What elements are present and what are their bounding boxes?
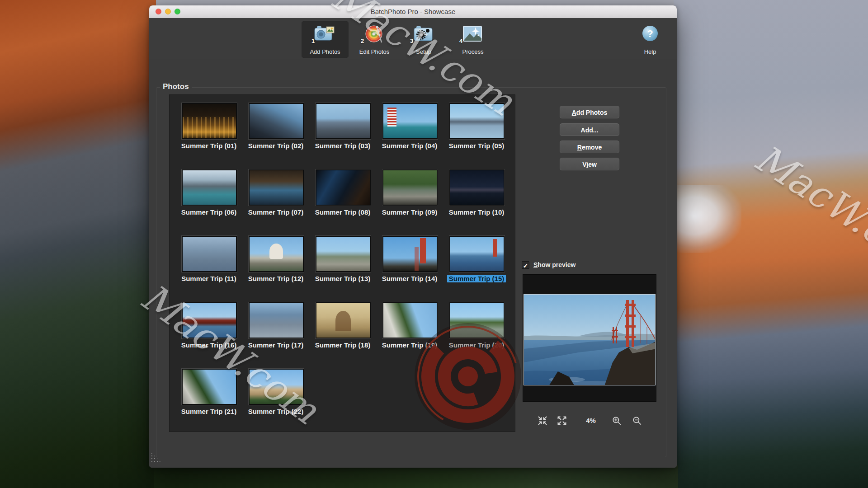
photo-item[interactable]: Summer Trip (01)	[175, 103, 242, 169]
photo-item[interactable]: Summer Trip (15)	[443, 236, 510, 302]
photo-thumbnail[interactable]	[382, 103, 438, 139]
photo-label[interactable]: Summer Trip (05)	[449, 142, 505, 150]
photo-thumbnail[interactable]	[182, 302, 237, 338]
photo-label[interactable]: Summer Trip (18)	[315, 341, 371, 349]
show-preview-checkbox[interactable]: ✓	[522, 261, 529, 269]
remove-button[interactable]: Remove	[560, 141, 619, 153]
add-button[interactable]: Add...	[560, 123, 619, 136]
zoom-out-icon[interactable]	[632, 416, 642, 426]
photo-item[interactable]: Summer Trip (07)	[242, 169, 309, 236]
svg-text:?: ?	[647, 28, 653, 39]
actual-size-icon[interactable]	[557, 416, 567, 426]
photo-label[interactable]: Summer Trip (13)	[315, 275, 371, 282]
photos-groupbox: Photos Summer Trip (01)Summer Trip (02)S…	[156, 87, 666, 457]
zoom-in-icon[interactable]	[612, 416, 622, 426]
photo-item[interactable]: Summer Trip (04)	[376, 103, 443, 169]
toolbar-item-setup[interactable]: 3 Setup	[400, 21, 447, 58]
photo-thumbnail[interactable]	[249, 236, 304, 272]
photo-label-row: Summer Trip (21)	[175, 408, 242, 416]
photo-thumbnail[interactable]	[316, 103, 371, 139]
photo-thumbnail[interactable]	[249, 302, 304, 338]
zoom-level-value: 4%	[582, 417, 600, 424]
toolbar-number: 2	[361, 38, 364, 44]
photo-item[interactable]: Summer Trip (12)	[242, 236, 309, 302]
photo-item[interactable]: Summer Trip (19)	[376, 302, 443, 369]
photo-label[interactable]: Summer Trip (04)	[382, 142, 438, 150]
photo-label-row: Summer Trip (02)	[242, 142, 309, 150]
toolbar-item-process[interactable]: 4 Process	[449, 21, 496, 58]
photo-label[interactable]: Summer Trip (21)	[181, 408, 237, 415]
photo-item[interactable]: Summer Trip (14)	[376, 236, 443, 302]
photo-item[interactable]: Summer Trip (09)	[376, 169, 443, 236]
photo-label[interactable]: Summer Trip (10)	[449, 208, 505, 216]
photo-thumbnail[interactable]	[449, 103, 505, 139]
photo-label[interactable]: Summer Trip (22)	[248, 408, 304, 415]
photo-label[interactable]: Summer Trip (20)	[449, 341, 505, 349]
photo-label-row: Summer Trip (20)	[443, 341, 510, 349]
photo-item[interactable]: Summer Trip (11)	[175, 236, 242, 302]
checkmark-icon: ✓	[523, 262, 528, 269]
photo-label-row: Summer Trip (08)	[309, 208, 376, 216]
photo-thumbnail[interactable]	[382, 302, 438, 338]
photo-thumbnail[interactable]	[182, 103, 237, 139]
toolbar-item-edit-photos[interactable]: 2 Edit Photos	[351, 21, 398, 58]
fit-window-icon[interactable]	[538, 416, 547, 426]
photo-list-panel[interactable]: Summer Trip (01)Summer Trip (02)Summer T…	[169, 94, 515, 432]
photo-item[interactable]: Summer Trip (20)	[443, 302, 510, 369]
photo-item[interactable]: Summer Trip (22)	[242, 369, 309, 432]
photo-thumbnail[interactable]	[382, 169, 438, 206]
photo-label-row: Summer Trip (13)	[309, 275, 376, 283]
photo-label-selected[interactable]: Summer Trip (15)	[447, 275, 506, 282]
photo-label-row: Summer Trip (09)	[376, 208, 443, 216]
photo-thumbnail[interactable]	[182, 369, 237, 405]
photo-label[interactable]: Summer Trip (08)	[315, 208, 371, 216]
photo-label[interactable]: Summer Trip (07)	[248, 208, 304, 216]
photo-item[interactable]: Summer Trip (02)	[242, 103, 309, 169]
toolbar-item-help[interactable]: ? Help	[637, 21, 663, 58]
add-photos-button[interactable]: Add Photos	[560, 106, 619, 118]
photo-label-row: Summer Trip (15)	[443, 275, 510, 283]
photo-label[interactable]: Summer Trip (14)	[382, 275, 438, 282]
toolbar-number: 1	[311, 38, 315, 44]
toolbar-label: Help	[637, 48, 663, 55]
photo-thumbnail[interactable]	[249, 103, 304, 139]
photo-thumbnail[interactable]	[182, 169, 237, 206]
photo-thumbnail[interactable]	[249, 169, 304, 206]
photo-item[interactable]: Summer Trip (17)	[242, 302, 309, 369]
photo-item[interactable]: Summer Trip (18)	[309, 302, 376, 369]
photo-item[interactable]: Summer Trip (16)	[175, 302, 242, 369]
photo-label[interactable]: Summer Trip (12)	[248, 275, 304, 282]
photo-thumbnail[interactable]	[316, 169, 371, 206]
photo-thumbnail[interactable]	[182, 236, 237, 272]
question-sphere-icon: ?	[641, 24, 659, 42]
photo-item[interactable]: Summer Trip (03)	[309, 103, 376, 169]
photo-thumbnail[interactable]	[382, 236, 438, 272]
photo-label[interactable]: Summer Trip (16)	[181, 341, 237, 349]
target-dart-icon: 2	[363, 24, 385, 44]
photo-item[interactable]: Summer Trip (13)	[309, 236, 376, 302]
photo-label-row: Summer Trip (19)	[376, 341, 443, 349]
photo-thumbnail[interactable]	[449, 236, 505, 272]
photo-item[interactable]: Summer Trip (08)	[309, 169, 376, 236]
photo-label[interactable]: Summer Trip (06)	[181, 208, 237, 216]
photo-label[interactable]: Summer Trip (01)	[181, 142, 237, 150]
toolbar-item-add-photos[interactable]: 1 Add Photos	[302, 21, 349, 58]
photo-item[interactable]: Summer Trip (21)	[175, 369, 242, 432]
photo-thumbnail[interactable]	[316, 302, 371, 338]
photo-label[interactable]: Summer Trip (19)	[382, 341, 438, 349]
photo-item[interactable]: Summer Trip (05)	[443, 103, 510, 169]
photo-thumbnail[interactable]	[316, 236, 371, 272]
preview-controls: 4%	[523, 414, 656, 427]
photo-label[interactable]: Summer Trip (09)	[382, 208, 438, 216]
photo-item[interactable]: Summer Trip (06)	[175, 169, 242, 236]
photo-thumbnail[interactable]	[449, 302, 505, 338]
photo-thumbnail[interactable]	[449, 169, 505, 206]
view-button[interactable]: View	[560, 158, 619, 170]
photo-label[interactable]: Summer Trip (03)	[315, 142, 371, 150]
photo-label[interactable]: Summer Trip (17)	[248, 341, 304, 349]
photo-thumbnail[interactable]	[249, 369, 304, 405]
photo-label[interactable]: Summer Trip (11)	[181, 275, 236, 282]
title-bar[interactable]: BatchPhoto Pro - Showcase	[149, 5, 677, 19]
photo-label[interactable]: Summer Trip (02)	[248, 142, 304, 150]
photo-item[interactable]: Summer Trip (10)	[443, 169, 510, 236]
